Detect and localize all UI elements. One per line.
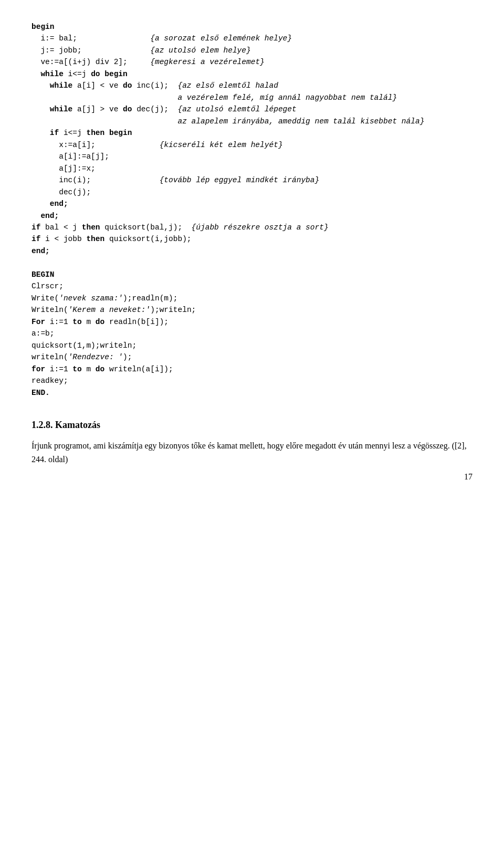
page-number: 17 [464,472,472,482]
section-paragraph: Írjunk programot, ami kiszámítja egy biz… [32,439,472,466]
code-block: begin i:= bal; {a sorozat első elemének … [32,21,472,399]
section-heading: 1.2.8. Kamatozás [32,420,472,431]
section-number: 1.2.8. [32,420,53,430]
page-container: begin i:= bal; {a sorozat első elemének … [0,0,504,497]
section-title: Kamatozás [55,420,100,430]
